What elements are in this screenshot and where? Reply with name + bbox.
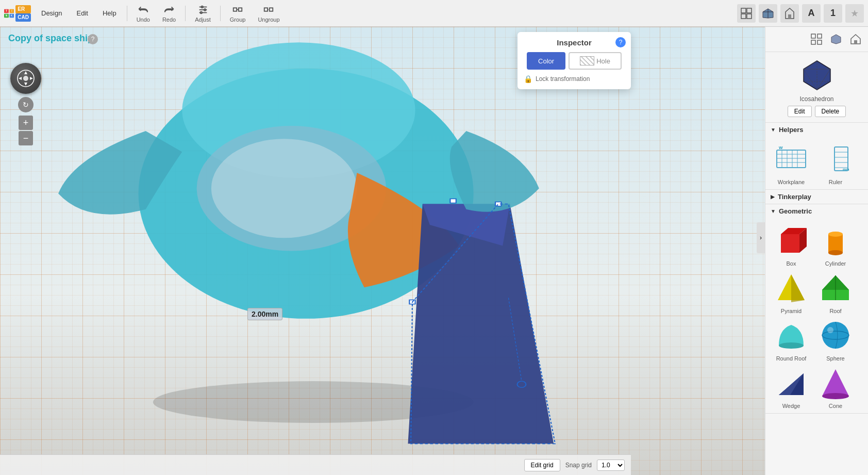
svg-point-34 <box>23 76 28 81</box>
panel-top-icons <box>765 27 868 52</box>
scene-svg <box>0 27 765 475</box>
geometric-arrow: ▼ <box>771 208 776 214</box>
canvas-area[interactable]: Copy of space ship ? ↻ + − <box>0 27 765 475</box>
inspector-title: Inspector <box>524 38 625 47</box>
svg-text:W: W <box>779 145 783 150</box>
redo-button[interactable]: Redo <box>157 2 181 25</box>
svg-text:N: N <box>6 14 8 17</box>
svg-text:T: T <box>6 10 7 12</box>
topbar: T I N K ER CAD Design Edit Help Undo Red… <box>0 0 868 27</box>
shape-item-ruler[interactable]: mm Ruler <box>815 141 856 185</box>
snap-select[interactable]: 1.0 0.5 0.25 2.0 <box>597 460 625 471</box>
tinkerplay-section: ▶ Tinkerplay <box>765 190 868 204</box>
lock-row[interactable]: 🔒 Lock transformation <box>524 75 625 83</box>
help-button[interactable]: ? <box>88 34 98 44</box>
inspector-panel: Inspector Color Hole 🔒 Lock transformati… <box>518 32 631 89</box>
ungroup-button[interactable]: Ungroup <box>253 2 285 25</box>
divider-1 <box>127 6 127 21</box>
svg-point-88 <box>827 327 833 333</box>
selected-shape-area: Icosahedron Edit Delete <box>765 52 868 123</box>
shape-item-roof[interactable]: Roof <box>815 270 856 314</box>
menu-help[interactable]: Help <box>96 6 123 20</box>
logo[interactable]: T I N K ER CAD <box>4 2 31 25</box>
shape-item-sphere[interactable]: Sphere <box>815 317 856 362</box>
hole-button[interactable]: Hole <box>569 52 622 70</box>
ruler-thumb: mm <box>817 141 854 177</box>
svg-marker-30 <box>24 71 27 74</box>
panel-cube-icon[interactable] <box>828 31 844 47</box>
color-button[interactable]: Color <box>527 52 565 70</box>
zoom-out-button[interactable]: − <box>19 131 33 145</box>
shape-item-box[interactable]: Box <box>771 222 812 267</box>
star-icon[interactable]: ★ <box>845 4 864 23</box>
svg-rect-51 <box>854 40 857 44</box>
svg-rect-46 <box>817 34 822 38</box>
edit-grid-button[interactable]: Edit grid <box>524 459 560 471</box>
svg-rect-22 <box>741 14 746 19</box>
geometric-header[interactable]: ▼ Geometric <box>765 204 868 218</box>
svg-point-11 <box>201 6 203 8</box>
menu-design[interactable]: Design <box>35 6 68 20</box>
right-panel: Icosahedron Edit Delete ▼ Helpers <box>765 27 868 475</box>
home-view-icon[interactable] <box>780 4 799 23</box>
tinkerplay-header[interactable]: ▶ Tinkerplay <box>765 190 868 204</box>
helpers-section: ▼ Helpers <box>765 123 868 190</box>
shape-item-round-roof[interactable]: Round Roof <box>771 317 812 362</box>
lock-icon: 🔒 <box>524 75 532 83</box>
tinkerplay-arrow: ▶ <box>771 194 775 200</box>
svg-text:mm: mm <box>843 168 849 171</box>
svg-rect-59 <box>777 150 806 168</box>
svg-marker-49 <box>831 35 841 44</box>
svg-marker-92 <box>822 369 849 396</box>
hole-pattern <box>580 56 594 65</box>
svg-rect-45 <box>811 34 815 38</box>
shape-delete-button[interactable]: Delete <box>815 106 846 117</box>
measurement-label: 2.00mm <box>247 308 282 320</box>
svg-point-78 <box>828 232 843 237</box>
nav-circle[interactable] <box>10 63 41 94</box>
shape-item-wedge[interactable]: Wedge <box>771 365 812 409</box>
shape-item-pyramid[interactable]: Pyramid <box>771 270 812 314</box>
svg-rect-23 <box>747 14 752 19</box>
svg-point-13 <box>200 11 202 13</box>
nav-controls: ↻ + − <box>10 63 41 145</box>
grid-view-icon[interactable] <box>737 4 756 23</box>
adjust-button[interactable]: Adjust <box>190 2 216 25</box>
panel-collapse-arrow[interactable]: › <box>757 222 765 253</box>
shape-item-cone[interactable]: Cone <box>815 365 856 409</box>
shape-item-workplane[interactable]: W Workplane <box>771 141 812 185</box>
svg-rect-47 <box>811 40 815 44</box>
panel-home-icon[interactable] <box>847 31 864 47</box>
inspector-help-button[interactable]: ? <box>615 37 626 47</box>
divider-2 <box>185 6 186 21</box>
shape-item-cylinder[interactable]: Cylinder <box>815 222 856 267</box>
cube-view-icon[interactable] <box>759 4 777 23</box>
svg-marker-32 <box>19 77 22 80</box>
svg-rect-20 <box>741 8 746 13</box>
zoom-controls: + − <box>19 116 33 145</box>
shape-edit-button[interactable]: Edit <box>788 106 812 117</box>
svg-rect-77 <box>828 234 843 253</box>
svg-point-93 <box>822 393 849 399</box>
menu-edit[interactable]: Edit <box>70 6 94 20</box>
svg-rect-42 <box>450 199 456 203</box>
icosahedron-preview <box>799 57 835 93</box>
svg-point-12 <box>204 9 206 11</box>
number-icon[interactable]: 1 <box>824 4 842 23</box>
svg-rect-21 <box>747 8 752 13</box>
zoom-in-button[interactable]: + <box>19 116 33 130</box>
svg-rect-28 <box>788 14 791 19</box>
svg-rect-18 <box>270 8 273 11</box>
inspector-buttons: Color Hole <box>524 52 625 70</box>
undo-button[interactable]: Undo <box>131 2 155 25</box>
text-icon[interactable]: A <box>802 4 821 23</box>
helpers-arrow: ▼ <box>771 127 776 133</box>
workplane-thumb: W <box>773 141 809 177</box>
panel-grid-icon[interactable] <box>808 31 825 47</box>
group-button[interactable]: Group <box>225 2 251 25</box>
svg-rect-17 <box>264 8 268 11</box>
rotate-button[interactable]: ↻ <box>18 97 34 112</box>
shape-actions: Edit Delete <box>788 106 846 117</box>
helpers-header[interactable]: ▼ Helpers <box>765 123 868 137</box>
helpers-content: W Workplane mm <box>765 137 868 189</box>
